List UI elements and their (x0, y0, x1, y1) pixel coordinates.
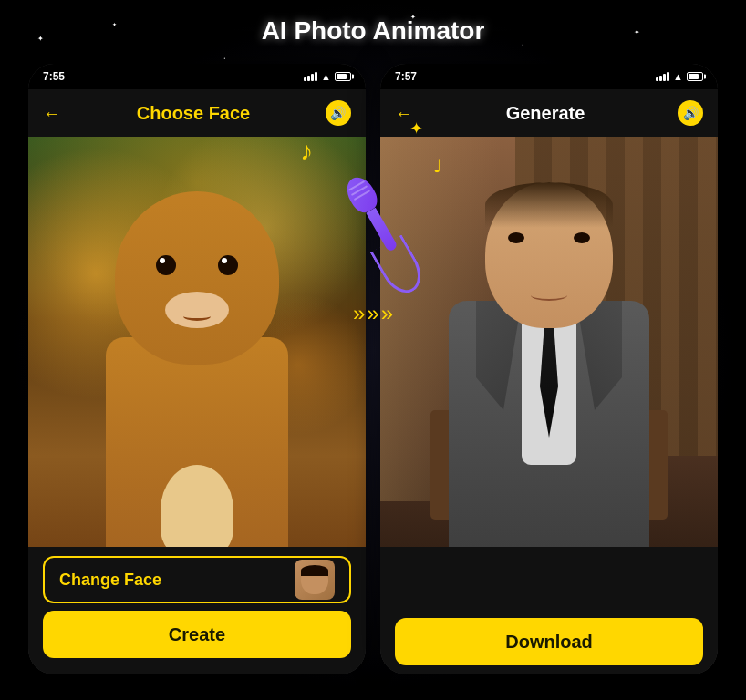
right-back-button[interactable]: ← (395, 103, 413, 124)
right-signal-icon (656, 72, 669, 81)
man-head (485, 182, 613, 328)
battery-icon (335, 72, 351, 81)
create-button[interactable]: Create (43, 611, 351, 658)
left-status-icons: ▲ (304, 71, 351, 82)
left-status-bar: 7:55 ▲ (28, 64, 366, 89)
change-face-label: Change Face (59, 571, 161, 590)
right-phone-header: ← Generate 🔊 (380, 89, 718, 137)
right-sound-icon: 🔊 (683, 106, 699, 120)
mouth-area (165, 292, 229, 328)
right-wifi-icon: ▲ (673, 71, 683, 82)
costume-chest (161, 465, 233, 556)
left-sound-button[interactable]: 🔊 (326, 100, 351, 126)
man-hair (485, 182, 613, 228)
right-battery-icon (687, 72, 703, 81)
left-photo-area (28, 137, 366, 592)
left-back-button[interactable]: ← (43, 103, 61, 124)
right-status-bar: 7:57 ▲ (380, 64, 718, 89)
man-eye-left (508, 232, 524, 243)
right-status-icons: ▲ (656, 71, 703, 82)
head-area (106, 173, 288, 355)
left-phone-header: ← Choose Face 🔊 (28, 89, 366, 137)
mouth (183, 312, 211, 321)
download-label: Download (505, 632, 593, 653)
man-mouth (531, 290, 567, 301)
face-thumb (301, 565, 328, 594)
child-monkey-photo (28, 137, 366, 592)
phones-container: 7:55 ▲ ← Choose Face 🔊 (18, 64, 728, 691)
eye-right (218, 255, 238, 275)
sound-icon: 🔊 (330, 106, 346, 120)
left-phone-bottom: Change Face Create (28, 547, 366, 674)
right-sound-button[interactable]: 🔊 (678, 100, 703, 126)
monkey-figure (69, 155, 325, 592)
left-time: 7:55 (43, 70, 65, 83)
man-suit-photo (380, 137, 718, 592)
change-face-button[interactable]: Change Face (43, 556, 351, 603)
star: • (223, 56, 225, 61)
costume-head (115, 191, 279, 365)
face-thumbnail (295, 560, 335, 600)
create-label: Create (169, 624, 225, 645)
man-eye-right (574, 232, 590, 243)
right-phone: 7:57 ▲ ← Generate 🔊 (380, 64, 718, 674)
right-time: 7:57 (395, 70, 417, 83)
left-header-title: Choose Face (137, 103, 250, 124)
eye-left (156, 255, 176, 275)
right-photo-area (380, 137, 718, 592)
app-title: AI Photo Animator (0, 16, 746, 46)
child-face (138, 219, 256, 346)
right-phone-bottom: Download (380, 547, 718, 674)
left-phone: 7:55 ▲ ← Choose Face 🔊 (28, 64, 366, 674)
right-header-title: Generate (506, 103, 585, 124)
man-figure (412, 155, 686, 592)
wifi-icon: ▲ (321, 71, 331, 82)
signal-icon (304, 72, 317, 81)
download-button[interactable]: Download (395, 618, 703, 665)
